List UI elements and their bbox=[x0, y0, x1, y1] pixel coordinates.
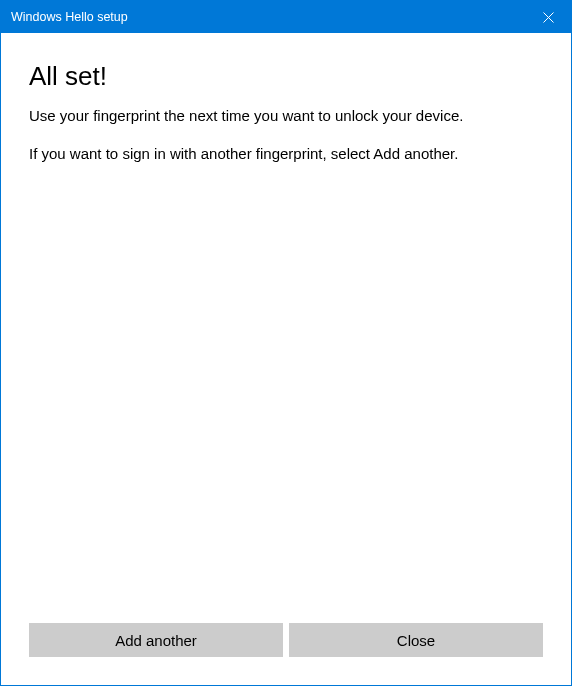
close-button[interactable]: Close bbox=[289, 623, 543, 657]
dialog-paragraph-2: If you want to sign in with another fing… bbox=[29, 144, 543, 164]
close-icon bbox=[543, 12, 554, 23]
dialog-paragraph-1: Use your fingerprint the next time you w… bbox=[29, 106, 543, 126]
dialog-footer: Add another Close bbox=[1, 623, 571, 685]
add-another-button[interactable]: Add another bbox=[29, 623, 283, 657]
titlebar: Windows Hello setup bbox=[1, 1, 571, 33]
window-close-button[interactable] bbox=[525, 1, 571, 33]
window-hello-setup: Windows Hello setup All set! Use your fi… bbox=[0, 0, 572, 686]
dialog-content: All set! Use your fingerprint the next t… bbox=[1, 33, 571, 623]
window-title: Windows Hello setup bbox=[11, 1, 128, 33]
dialog-heading: All set! bbox=[29, 61, 543, 92]
